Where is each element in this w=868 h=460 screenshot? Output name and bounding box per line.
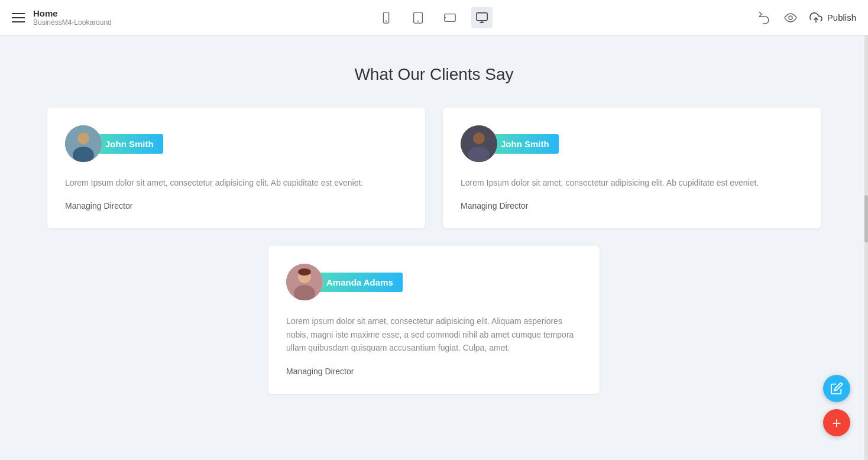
client-name-2: John Smith <box>501 139 549 149</box>
client-role-1: Managing Director <box>65 201 407 210</box>
client-name-3: Amanda Adams <box>326 277 393 287</box>
mobile-view-button[interactable] <box>375 7 397 28</box>
avatar-image-3 <box>286 264 323 300</box>
edit-fab-button[interactable] <box>823 375 850 402</box>
testimonials-bottom-row: Amanda Adams Lorem ipsum dolor sit amet,… <box>47 246 821 393</box>
preview-button[interactable] <box>783 11 798 25</box>
svg-rect-4 <box>445 14 455 21</box>
fab-container: + <box>823 375 850 436</box>
page-subtitle: BusinessM4-Lookaround <box>33 18 112 27</box>
tablet-view-button[interactable] <box>407 7 429 28</box>
page-title: Home <box>33 8 112 18</box>
svg-point-15 <box>473 132 485 144</box>
avatar-image-2 <box>461 125 497 162</box>
card-header-1: John Smith <box>65 125 407 162</box>
testimonial-text-1: Lorem Ipsum dolor sit amet, consectetur … <box>65 176 407 189</box>
card-header-2: John Smith <box>461 125 803 162</box>
section-title: What Our Clients Say <box>47 65 821 84</box>
device-switcher <box>130 7 738 28</box>
testimonial-card-1: John Smith Lorem Ipsum dolor sit amet, c… <box>47 108 425 228</box>
scrollbar-thumb[interactable] <box>864 195 868 242</box>
testimonial-text-3: Lorem ipsum dolor sit amet, consectetur … <box>286 315 582 354</box>
publish-label: Publish <box>827 12 856 22</box>
desktop-view-button[interactable] <box>471 7 493 28</box>
header-title: Home BusinessM4-Lookaround <box>33 8 112 27</box>
scrollbar[interactable] <box>864 35 868 460</box>
client-role-2: Managing Director <box>461 201 803 210</box>
client-name-1: John Smith <box>105 139 154 149</box>
main-content: What Our Clients Say John Smith <box>0 35 868 460</box>
tablet-landscape-view-button[interactable] <box>439 7 461 28</box>
header-left: Home BusinessM4-Lookaround <box>12 8 130 27</box>
undo-button[interactable] <box>757 11 772 25</box>
avatar-2 <box>461 125 497 162</box>
svg-rect-6 <box>477 12 487 20</box>
publish-button[interactable]: Publish <box>809 11 856 24</box>
app-header: Home BusinessM4-Lookaround <box>0 0 868 35</box>
header-right: Publish <box>738 11 856 25</box>
client-role-3: Managing Director <box>286 367 582 376</box>
svg-point-9 <box>789 16 792 20</box>
svg-point-20 <box>298 268 311 276</box>
avatar-3 <box>286 264 323 300</box>
name-badge-3: Amanda Adams <box>317 273 403 292</box>
testimonials-top-row: John Smith Lorem Ipsum dolor sit amet, c… <box>47 108 821 228</box>
name-badge-1: John Smith <box>96 134 163 154</box>
add-icon: + <box>832 415 841 430</box>
testimonial-card-3: Amanda Adams Lorem ipsum dolor sit amet,… <box>268 246 600 393</box>
testimonial-card-2: John Smith Lorem Ipsum dolor sit amet, c… <box>443 108 821 228</box>
card-header-3: Amanda Adams <box>286 264 582 300</box>
testimonial-text-2: Lorem Ipsum dolor sit amet, consectetur … <box>461 176 803 189</box>
avatar-1 <box>65 125 102 162</box>
add-fab-button[interactable]: + <box>823 409 850 436</box>
menu-button[interactable] <box>12 13 25 22</box>
avatar-image-1 <box>65 125 102 162</box>
name-badge-2: John Smith <box>491 134 559 154</box>
svg-point-12 <box>77 132 89 144</box>
